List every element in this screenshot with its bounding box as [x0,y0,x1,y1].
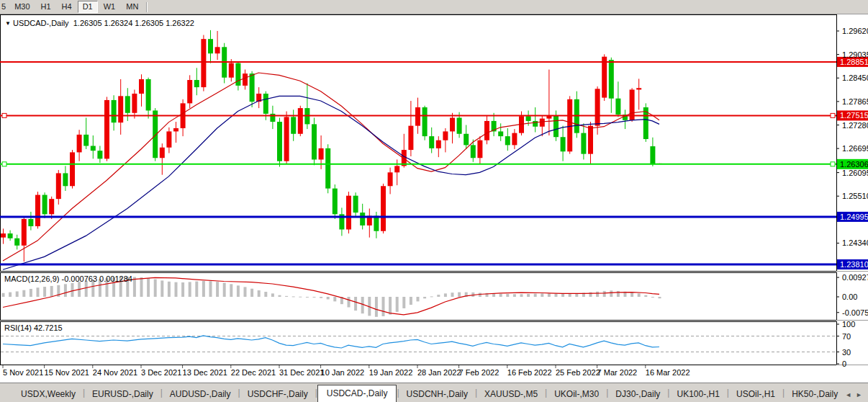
chart-tab-dj30-daily[interactable]: DJ30-,Daily [608,386,667,402]
macd-bar [659,297,661,298]
candle-body [360,213,365,225]
candle-body [146,79,151,111]
chart-tab-usoil-h1[interactable]: USOil-,H1 [729,386,782,402]
line-handle-marker[interactable] [2,113,6,117]
macd-bar [140,277,143,297]
candle-body [263,94,268,114]
macd-bar [22,290,25,297]
candle-body [353,196,358,213]
macd-bar [375,297,378,317]
candle-body [553,115,559,137]
line-handle-marker[interactable] [2,162,6,166]
chart-tab-hk50-daily[interactable]: HK50-,Daily [785,386,845,402]
chart-tab-usdchf-daily[interactable]: USDCHF-,Daily [240,386,315,402]
macd-bar [354,297,357,311]
macd-bar [85,281,88,297]
candle-body [160,148,165,158]
candle-body [125,96,130,112]
macd-bar [651,297,654,298]
candle-body [464,134,469,146]
macd-bar [133,277,136,297]
svg-text:0: 0 [842,359,846,368]
macd-bar [506,294,509,297]
svg-text:1.29620: 1.29620 [842,27,868,35]
candle-body [112,100,117,122]
macd-bar [520,294,523,297]
trading-terminal: { "toolbar": { "buttons": ["5","M30","H1… [0,0,868,402]
candle-body [561,137,566,151]
candle-body [166,131,171,147]
timeframe-button-h1[interactable]: H1 [36,1,56,13]
candle-body [215,47,220,53]
line-handle-marker[interactable] [831,162,835,166]
candle-body [97,151,102,158]
candle-body [650,146,655,164]
timeframe-button-w1[interactable]: W1 [99,1,121,13]
macd-bar [327,297,330,299]
macd-bar [527,294,530,297]
candle-body [346,196,351,230]
candle-body [408,126,413,150]
toolbar-separator [146,2,148,12]
chart-tab-eurusd-daily[interactable]: EURUSD-,Daily [85,386,161,402]
date-label: 24 Nov 2021 [93,368,137,377]
chart-tab-audusd-daily[interactable]: AUDUSD-,Daily [163,386,238,402]
timeframe-button-mn[interactable]: MN [121,1,143,13]
candle-body [381,186,386,231]
candle-body [1,233,6,238]
chart-tab-xauusd-m5[interactable]: XAUUSD-,M5 [477,386,545,402]
chart-tab-usdcnh-daily[interactable]: USDCNH-,Daily [399,386,475,402]
date-label: 16 Feb 2022 [507,368,552,377]
timeframe-button-d1[interactable]: D1 [78,1,98,13]
line-handle-marker[interactable] [831,113,835,117]
date-label: 28 Jan 2022 [417,368,461,377]
macd-bar [154,280,157,297]
candle-body [49,199,54,214]
macd-bar [237,285,240,297]
svg-text:1.27865: 1.27865 [842,97,868,106]
date-label: 16 Mar 2022 [646,368,690,377]
tab-scroll-right-icon[interactable]: ► [856,391,862,398]
tab-scroll-left-icon[interactable]: ◄ [845,391,851,398]
macd-bar [389,297,392,315]
svg-text:1.27280: 1.27280 [842,121,868,130]
macd-bar [209,281,212,297]
chart-canvas[interactable]: 1.288511.275151.263061.249951.238101.296… [0,0,868,402]
candle-body [567,99,572,152]
candle-body [104,100,109,158]
macd-bar [147,278,150,297]
timeframe-button-5[interactable]: 5 [0,1,9,13]
macd-indicator-label: MACD(12,26,9) -0.000763 0.001284 [4,274,132,283]
macd-bar [541,293,543,297]
macd-bar [230,284,232,297]
macd-bar [423,297,426,298]
macd-bar [610,290,612,297]
candle-body [284,117,289,161]
macd-bar [451,292,454,297]
chart-tab-usdx-weekly[interactable]: USDX,Weekly [14,386,83,402]
candle-body [422,107,428,136]
candle-body [325,148,330,189]
macd-bar [175,282,178,297]
macd-bar [348,297,351,308]
chevron-down-icon[interactable]: ▼ [5,20,11,27]
chart-tab-ukoil-m30[interactable]: UKOil-,M30 [547,386,606,402]
candle-body [63,173,68,186]
macd-bar [569,294,571,297]
svg-text:1.29035: 1.29035 [842,50,868,59]
candle-body [235,63,240,86]
candle-body [194,80,199,87]
chart-tab-usdcad-daily[interactable]: USDCAD-,Daily [317,385,397,402]
macd-bar [561,294,564,297]
candle-body [250,73,255,102]
macd-bar [223,283,226,297]
timeframe-button-m30[interactable]: M30 [9,1,35,13]
macd-bar [596,292,599,297]
candle-body [457,117,462,133]
chart-symbol-label: USDCAD-,Daily [13,19,69,27]
macd-bar [617,291,620,297]
macd-bar [195,282,198,297]
timeframe-button-h4[interactable]: H4 [57,1,77,13]
macd-bar [492,293,495,297]
chart-tab-uk100-h1[interactable]: UK100-,H1 [669,386,726,402]
